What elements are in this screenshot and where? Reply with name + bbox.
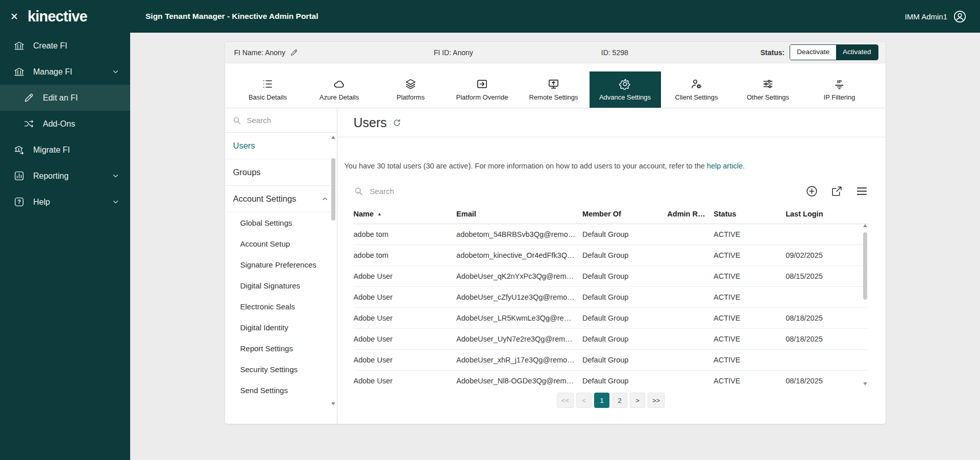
tab-ip-filtering[interactable]: IP IP Filtering	[804, 71, 875, 108]
tab-remote-settings[interactable]: Remote Settings	[518, 71, 590, 108]
cell-email: AdobeUser_xhR_j17e3Qg@remotesig...	[456, 356, 582, 364]
settings-sub-item[interactable]: Electronic Seals	[225, 296, 337, 317]
bar-chart-icon	[14, 171, 24, 181]
settings-item-label: Users	[233, 141, 255, 151]
settings-sub-item[interactable]: Security Settings	[225, 359, 337, 380]
scroll-down-icon[interactable]	[331, 402, 335, 405]
cell-member-of: Default Group	[582, 356, 667, 364]
pagination-first-button[interactable]: <<	[557, 393, 574, 408]
fi-name-label: FI Name: Anony	[234, 49, 285, 57]
sidebar-item-help[interactable]: ? Help	[0, 189, 130, 215]
sidebar-logo-row: ✕ kinective	[0, 0, 130, 33]
settings-search-input[interactable]	[247, 116, 330, 125]
scrollbar-thumb[interactable]	[863, 232, 867, 300]
column-header-member-of[interactable]: Member Of	[582, 210, 667, 218]
table-row[interactable]: Adobe User AdobeUser_Nl8-OGDe3Qg@remotes…	[354, 371, 868, 385]
tab-label: Other Settings	[747, 93, 789, 101]
tab-basic-details[interactable]: Basic Details	[232, 71, 304, 108]
settings-nav-panel: Users Groups Account Settings	[225, 108, 337, 424]
activated-button[interactable]: Activated	[836, 45, 878, 59]
scrollbar-thumb[interactable]	[331, 158, 335, 221]
pagination-page-2[interactable]: 2	[612, 393, 627, 408]
close-icon[interactable]: ✕	[10, 12, 18, 21]
scroll-up-icon[interactable]	[863, 224, 867, 227]
settings-sub-item[interactable]: Account Setup	[225, 233, 337, 254]
table-row[interactable]: adobe tom adobetom_kinective_Or4edFfk3Qg…	[354, 245, 868, 266]
help-article-link[interactable]: help article.	[707, 162, 745, 170]
users-table-header: Name ▲ Email Member Of Admin Role Status…	[354, 204, 868, 224]
users-search-input[interactable]	[370, 187, 533, 196]
monitor-arrow-icon	[548, 78, 559, 90]
scroll-up-icon[interactable]	[331, 136, 335, 139]
cell-email: AdobeUser_UyN7e2re3Qg@remotesi...	[456, 335, 582, 343]
settings-content: Users Groups Account Settings	[225, 108, 886, 424]
settings-sub-item[interactable]: Report Settings	[225, 338, 337, 359]
settings-sub-item[interactable]: Digital Identity	[225, 317, 337, 338]
settings-sub-item[interactable]: Digital Signatures	[225, 275, 337, 296]
tab-other-settings[interactable]: Other Settings	[732, 71, 804, 108]
sidebar-item-manage-fi[interactable]: Manage FI	[0, 59, 130, 85]
cell-name: Adobe User	[354, 377, 457, 385]
cell-name: adobe tom	[354, 230, 457, 238]
deactivate-button[interactable]: Deactivate	[790, 45, 836, 59]
export-icon[interactable]	[830, 185, 843, 198]
table-row[interactable]: Adobe User AdobeUser_qK2nYxPc3Qg@remotes…	[354, 266, 868, 287]
cell-email: AdobeUser_Nl8-OGDe3Qg@remotesi...	[456, 377, 582, 385]
avatar-icon	[953, 10, 967, 23]
cell-member-of: Default Group	[582, 293, 667, 301]
cell-name: Adobe User	[354, 314, 457, 322]
column-header-admin-role[interactable]: Admin Role	[667, 210, 714, 218]
sidebar-item-add-ons[interactable]: Add-Ons	[0, 111, 130, 137]
sidebar-item-migrate-fi[interactable]: Migrate FI	[0, 137, 130, 163]
fi-name: FI Name: Anony	[234, 49, 434, 57]
add-user-icon[interactable]	[805, 185, 818, 198]
sidebar-item-reporting[interactable]: Reporting	[0, 163, 130, 189]
pagination-prev-button[interactable]: <	[576, 393, 592, 408]
main-area: FI Name: Anony FI ID: Anony ID: 5298 Sta…	[130, 33, 980, 460]
column-header-status[interactable]: Status	[714, 210, 786, 218]
column-header-last-login[interactable]: Last Login	[786, 210, 868, 218]
sidebar-item-create-fi[interactable]: Create FI	[0, 33, 130, 59]
scroll-down-icon[interactable]	[863, 382, 867, 385]
settings-sub-list: Global Settings Account Setup Signature …	[225, 212, 337, 401]
tab-platform-override[interactable]: Platform Override	[447, 71, 518, 108]
table-scrollbar[interactable]	[862, 224, 868, 385]
table-row[interactable]: Adobe User AdobeUser_UyN7e2re3Qg@remotes…	[354, 329, 868, 350]
settings-item-label: Account Settings	[233, 194, 297, 204]
settings-sub-item[interactable]: Signature Preferences	[225, 254, 337, 275]
table-row[interactable]: adobe tom adobetom_54BRBSvb3Qg@remotesig…	[354, 224, 868, 245]
column-header-name[interactable]: Name ▲	[354, 210, 457, 218]
cell-last-login: 08/18/2025	[786, 314, 868, 322]
pagination-next-button[interactable]: >	[630, 393, 645, 408]
pagination-last-button[interactable]: >>	[648, 393, 665, 408]
tab-azure-details[interactable]: Azure Details	[304, 71, 375, 108]
settings-sub-item[interactable]: Global Settings	[225, 212, 337, 233]
chevron-down-icon	[111, 172, 120, 180]
tab-client-settings[interactable]: Client Settings	[661, 71, 732, 108]
tab-platforms[interactable]: Platforms	[375, 71, 447, 108]
edit-fi-name-icon[interactable]	[290, 49, 298, 57]
page-title: Sign Tenant Manager - Kinective Admin Po…	[145, 12, 318, 21]
cell-member-of: Default Group	[582, 377, 667, 385]
sidebar-item-edit-an-fi[interactable]: Edit an FI	[0, 85, 130, 111]
table-row[interactable]: Adobe User AdobeUser_LR5KwmLe3Qg@remote.…	[354, 308, 868, 329]
app-root: ✕ kinective Create FI Manage FI	[0, 0, 980, 460]
tab-advance-settings[interactable]: Advance Settings	[590, 71, 661, 108]
settings-item-account-settings[interactable]: Account Settings	[225, 186, 337, 212]
settings-item-users[interactable]: Users	[225, 133, 337, 159]
table-row[interactable]: Adobe User AdobeUser_cZfyU1ze3Qg@remotes…	[354, 287, 868, 308]
column-header-email[interactable]: Email	[456, 210, 582, 218]
user-menu[interactable]: IMM Admin1	[905, 10, 967, 23]
fi-header-bar: FI Name: Anony FI ID: Anony ID: 5298 Sta…	[225, 42, 886, 63]
cell-last-login: 08/18/2025	[786, 335, 868, 343]
cell-email: adobetom_54BRBSvb3Qg@remotesig...	[456, 230, 582, 238]
menu-icon[interactable]	[855, 185, 868, 198]
settings-item-groups[interactable]: Groups	[225, 159, 337, 186]
table-row[interactable]: Adobe User AdobeUser_xhR_j17e3Qg@remotes…	[354, 350, 868, 371]
sidebar-item-label: Edit an FI	[43, 93, 78, 103]
pagination-page-1[interactable]: 1	[594, 393, 609, 408]
cell-status: ACTIVE	[714, 314, 786, 322]
settings-sub-item[interactable]: Send Settings	[225, 380, 337, 401]
refresh-icon[interactable]	[393, 118, 401, 127]
panel-scrollbar[interactable]	[331, 136, 336, 405]
